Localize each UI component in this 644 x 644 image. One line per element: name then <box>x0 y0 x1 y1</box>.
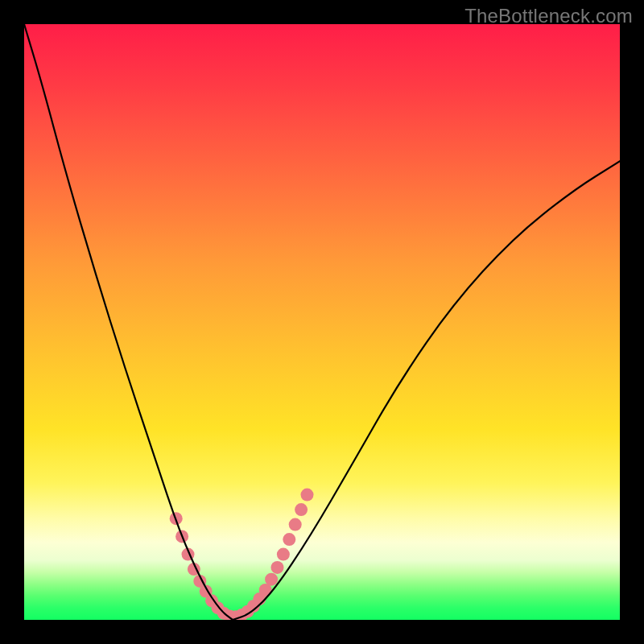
background-gradient <box>24 24 620 620</box>
plot-area <box>24 24 620 620</box>
chart-stage: TheBottleneck.com <box>0 0 644 644</box>
